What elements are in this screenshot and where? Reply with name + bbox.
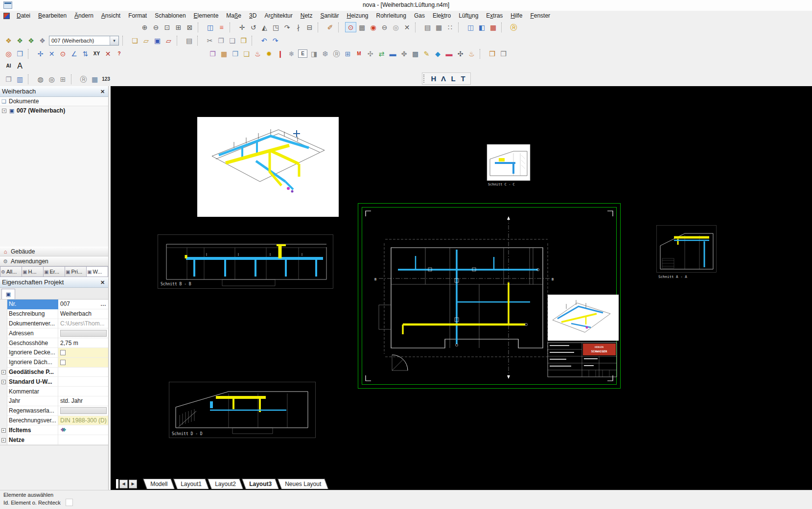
viewport-schnitt-a[interactable]: Schnitt A - A [656, 225, 717, 280]
snap-intersection-icon[interactable]: ✕ [46, 48, 57, 59]
mirror-icon[interactable]: ◭ [259, 22, 270, 32]
sheet-tab-modell[interactable]: Modell [143, 479, 175, 489]
section-gebaeude[interactable]: ⌂ Gebäude [0, 247, 108, 256]
snap-free-icon[interactable]: ✢ [35, 48, 46, 59]
property-row-jahr[interactable]: Jahrstd. Jahr [0, 396, 108, 406]
value-field[interactable] [60, 407, 107, 414]
toolbox-gray-icon[interactable]: ❒ [498, 48, 509, 59]
waterdrop-icon[interactable]: ◆ [432, 48, 443, 59]
snap-xy-icon[interactable]: XY [91, 48, 102, 59]
menu-ansicht[interactable]: Ansicht [97, 11, 124, 20]
value-table-icon[interactable]: 123 [100, 74, 112, 84]
balloon-icon[interactable]: ◍ [35, 74, 46, 84]
project-combo[interactable]: 007 (Weiherbach) ▾ [49, 36, 119, 46]
toolbox-orange-icon[interactable]: ❒ [487, 48, 498, 59]
lighting-icon[interactable]: ✹ [263, 48, 275, 59]
project-import-icon[interactable]: ❖ [25, 35, 37, 46]
snap-off-icon[interactable]: ✕ [102, 48, 114, 59]
sheet-tab-layout1[interactable]: Layout1 [174, 479, 209, 489]
norm-document-icon[interactable]: Ⓡ [331, 48, 342, 59]
viewport-schnitt-d[interactable]: Schnitt D - D [169, 382, 316, 438]
status-input-box[interactable] [66, 499, 73, 506]
snap-help-icon[interactable]: ? [114, 48, 125, 59]
arrange-icon[interactable]: ⊟ [304, 22, 315, 32]
zoom-page-icon[interactable]: ⊡ [162, 22, 173, 32]
stretch-icon[interactable]: ↷ [281, 22, 293, 32]
viewport-layout-sheet[interactable]: B B HEBGEN SCHWAIGER [356, 201, 623, 391]
print-icon[interactable]: ▤ [184, 35, 195, 46]
fan-dark-icon[interactable]: ✣ [455, 48, 466, 59]
export-drop-icon[interactable]: ❐ [207, 48, 218, 59]
app-button-er[interactable]: ▣Er... [44, 266, 65, 277]
copy-project-icon[interactable]: ❑ [241, 48, 252, 59]
toolbar-drag-handle[interactable] [423, 74, 427, 83]
menu-elektro[interactable]: Elektro [429, 11, 455, 20]
combo-dropdown-icon[interactable]: ▾ [110, 36, 118, 45]
open-document-icon[interactable]: ▱ [140, 35, 152, 46]
electro-icon[interactable]: E [298, 49, 307, 58]
radiator-icon[interactable]: ♨ [252, 48, 263, 59]
viewport-3d-iso[interactable] [197, 117, 339, 217]
expand-icon[interactable]: + [0, 377, 7, 387]
new-document-icon[interactable]: ❏ [129, 35, 140, 46]
window-element-icon[interactable]: ◫ [465, 22, 476, 32]
expand-icon[interactable]: + [0, 368, 7, 377]
pill-icon[interactable]: ▬ [443, 48, 455, 59]
select-similar-icon[interactable]: ◎ [390, 22, 401, 32]
menu-hilfe[interactable]: Hilfe [507, 11, 526, 20]
table-icon[interactable]: ▦ [89, 74, 100, 84]
fan-icon[interactable]: ✣ [365, 48, 376, 59]
select-element-icon[interactable]: ⊙ [345, 22, 356, 32]
select-region-icon[interactable]: ◉ [368, 22, 379, 32]
redo-icon[interactable]: ↷ [270, 35, 281, 46]
subtract-icon[interactable]: ⊖ [379, 22, 390, 32]
pan-window-icon[interactable]: ◫ [205, 22, 216, 32]
trade-a-button[interactable]: Λ [439, 74, 448, 83]
calculation-icon[interactable]: ▦ [218, 48, 230, 59]
copy-view-icon[interactable]: ❐ [3, 74, 14, 84]
copy-icon[interactable]: ❐ [215, 35, 227, 46]
datanorm-icon[interactable]: ❒ [230, 48, 241, 59]
undo-icon[interactable]: ↶ [258, 35, 270, 46]
copy-special-icon[interactable]: ❑ [227, 35, 238, 46]
property-row-kommentar[interactable]: Kommentar [0, 387, 108, 396]
element-info-icon[interactable]: ❒ [14, 48, 25, 59]
hatch-icon[interactable]: ▩ [356, 22, 368, 32]
snap-target-icon[interactable]: ◎ [3, 48, 14, 59]
property-row-geschossh-he[interactable]: Geschosshöhe2,75 m [0, 338, 108, 348]
property-row-ifcitems[interactable]: +IfcItems❖❖ [0, 425, 108, 435]
zoom-in-icon[interactable]: ⊕ [139, 22, 150, 32]
sheet-tab-layout3[interactable]: Layout3 [242, 479, 279, 489]
tabs-scroll-left-button[interactable]: ◀ [119, 480, 128, 488]
expand-icon[interactable]: + [0, 425, 7, 435]
menu-l-ftung[interactable]: Lüftung [455, 11, 482, 20]
zoom-out-icon[interactable]: ⊖ [150, 22, 162, 32]
menu-rohrleitung[interactable]: Rohrleitung [372, 11, 410, 20]
duct-icon[interactable]: ▬ [387, 48, 398, 59]
save-icon[interactable]: ▣ [152, 35, 163, 46]
project-manage-icon[interactable]: ❖ [37, 35, 48, 46]
property-row-regenwasserla[interactable]: Regenwasserla... [0, 406, 108, 416]
menu-datei[interactable]: Datei [13, 11, 34, 20]
thermometer-icon[interactable]: ❙ [275, 48, 286, 59]
trade-t-button[interactable]: T [458, 74, 468, 83]
menu-sanit-r[interactable]: Sanitär [316, 11, 343, 20]
property-value[interactable] [58, 358, 108, 368]
sheet-tab-neues-layout[interactable]: Neues Layout [278, 479, 328, 489]
menu-format[interactable]: Format [124, 11, 151, 20]
app-button-all[interactable]: ⚙All... [0, 266, 22, 277]
app-button-pri[interactable]: ▣Pri... [65, 266, 87, 277]
zoom-extents-icon[interactable]: ⊞ [173, 22, 184, 32]
section-anwendungen[interactable]: ⚙ Anwendungen [0, 256, 108, 266]
exchange-icon[interactable]: ⇄ [376, 48, 387, 59]
sheet-tab-layout2[interactable]: Layout2 [208, 479, 243, 489]
value-field[interactable] [60, 330, 107, 337]
spray-icon[interactable]: ✎ [421, 48, 432, 59]
move-icon[interactable]: ✛ [236, 22, 248, 32]
position-icon[interactable]: ⊞ [57, 74, 69, 84]
flame-icon[interactable]: ♨ [466, 48, 477, 59]
door-element-icon[interactable]: ◧ [476, 22, 487, 32]
format-brush-icon[interactable]: ✐ [325, 22, 336, 32]
checkbox[interactable] [60, 360, 66, 365]
delete-icon[interactable]: ✕ [401, 22, 413, 32]
